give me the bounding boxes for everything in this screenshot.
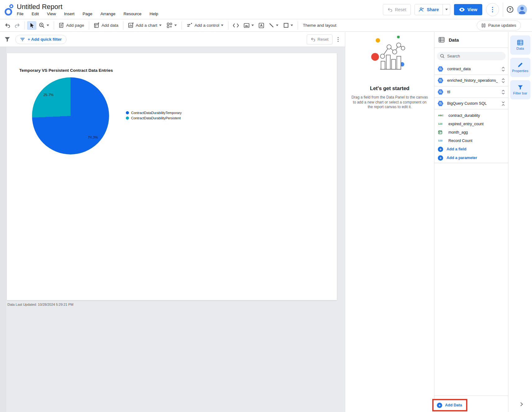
more-options-button[interactable]	[486, 3, 499, 16]
unfold-less-icon[interactable]	[502, 101, 505, 106]
data-source-row[interactable]: enriched_history_operations_sorob...	[434, 75, 508, 86]
field-row[interactable]: 123 Record Count	[434, 136, 508, 145]
pie-chart[interactable]: 25.7% 74.3%	[32, 77, 109, 154]
toolbar-divider	[181, 21, 182, 30]
chevron-down-icon	[159, 25, 162, 26]
bigquery-icon	[438, 78, 443, 83]
menu-insert[interactable]: Insert	[64, 11, 75, 16]
undo-icon	[388, 7, 392, 12]
menu-page[interactable]: Page	[83, 11, 93, 16]
kebab-icon	[492, 7, 493, 12]
unfold-more-icon[interactable]	[502, 78, 505, 83]
add-page-button[interactable]: Add page	[56, 21, 87, 30]
add-text-button[interactable]	[256, 21, 266, 30]
right-rail: Data Properties Filter bar	[508, 32, 532, 412]
field-name: month_agg	[448, 130, 468, 135]
share-label: Share	[427, 7, 439, 12]
chevron-down-icon	[276, 25, 278, 26]
undo-button[interactable]	[2, 21, 12, 29]
menu-help[interactable]: Help	[149, 11, 158, 16]
add-a-field-button[interactable]: + Add a field	[434, 145, 508, 153]
add-control-label: Add a control	[195, 23, 219, 28]
menu-arrange[interactable]: Arrange	[100, 11, 115, 16]
main-area: + Add quick filter Reset Temporary VS Pe…	[0, 32, 532, 412]
number-field-icon: 123	[438, 122, 445, 125]
data-source-name: ttl	[447, 90, 498, 94]
chart-title: Temporary VS Persistent Contract Data En…	[19, 68, 113, 73]
help-icon: ?	[509, 7, 511, 12]
legend-label: ContractDataDurabilityPersistent	[131, 116, 181, 120]
collapse-panel-button[interactable]	[520, 402, 523, 406]
data-source-row-expanded[interactable]: BigQuery Custom SQL	[434, 98, 508, 109]
toolbar-divider	[54, 21, 54, 30]
kebab-icon	[337, 37, 339, 42]
select-tool-button[interactable]	[27, 21, 36, 30]
legend-label: ContractDataDurabilityTemporary	[131, 111, 182, 115]
search-input[interactable]	[447, 54, 497, 58]
unfold-more-icon[interactable]	[502, 90, 505, 94]
help-button[interactable]: ?	[507, 6, 513, 13]
data-panel-title: Data	[449, 37, 459, 43]
search-box[interactable]	[437, 52, 506, 60]
tab-properties[interactable]: Properties	[510, 58, 530, 77]
theme-and-layout-label: Theme and layout	[303, 23, 336, 28]
eye-icon	[459, 7, 465, 12]
zoom-tool-button[interactable]	[36, 21, 52, 30]
legend-item: ContractDataDurabilityTemporary	[126, 111, 182, 115]
bigquery-icon	[438, 89, 443, 95]
add-chart-button[interactable]: Add a chart	[126, 21, 164, 30]
chevron-down-icon	[221, 25, 223, 26]
menu-edit[interactable]: Edit	[32, 11, 39, 16]
add-quick-filter-button[interactable]: + Add quick filter	[15, 35, 66, 44]
data-source-row[interactable]: contract_data	[434, 63, 508, 75]
add-line-button[interactable]	[266, 21, 281, 29]
data-source-name: contract_data	[447, 67, 498, 71]
add-control-button[interactable]: Add a control	[184, 21, 226, 29]
share-button[interactable]: Share	[415, 4, 443, 15]
data-panel-spacer	[434, 163, 508, 396]
theme-and-layout-button[interactable]: Theme and layout	[300, 22, 339, 29]
canvas-reset-label: Reset	[318, 37, 328, 42]
share-options-button[interactable]	[443, 4, 450, 15]
reset-button[interactable]: Reset	[383, 4, 411, 15]
add-chart-label: Add a chart	[136, 23, 157, 28]
report-canvas[interactable]: Temporary VS Persistent Contract Data En…	[7, 53, 337, 300]
search-icon	[440, 54, 445, 58]
tab-data[interactable]: Data	[510, 35, 530, 55]
canvas-reset-button[interactable]: Reset	[307, 34, 332, 44]
date-field-icon	[438, 130, 445, 134]
add-data-button[interactable]: Add data	[91, 21, 121, 30]
view-button[interactable]: View	[454, 4, 482, 15]
legend-item: ContractDataDurabilityPersistent	[126, 116, 182, 120]
toolbar-divider	[228, 21, 228, 30]
avatar[interactable]	[517, 5, 527, 15]
field-name: Record Count	[448, 139, 472, 143]
add-shape-button[interactable]	[281, 21, 296, 29]
data-source-row[interactable]: ttl	[434, 86, 508, 98]
pause-updates-button[interactable]: Pause updates	[477, 21, 521, 30]
unfold-more-icon[interactable]	[502, 67, 505, 71]
menu-file[interactable]: File	[17, 11, 24, 16]
data-grid-icon	[517, 40, 523, 45]
community-visualizations-button[interactable]	[164, 21, 179, 30]
redo-button[interactable]	[12, 21, 22, 29]
header-divider	[503, 2, 503, 17]
add-a-parameter-button[interactable]: + Add a parameter	[434, 153, 508, 162]
field-row[interactable]: ABC contract_durability	[434, 111, 508, 120]
person-add-icon	[419, 7, 424, 12]
page-title[interactable]: Untitled Report	[17, 3, 158, 11]
add-data-footer-button[interactable]: Add Data	[445, 403, 462, 407]
toolbar-divider	[298, 21, 298, 30]
add-data-highlight-annotation: + Add Data	[432, 399, 467, 411]
field-row[interactable]: month_agg	[434, 128, 508, 136]
menu-resource[interactable]: Resource	[123, 11, 141, 16]
canvas-more-options-button[interactable]	[337, 37, 339, 42]
add-image-button[interactable]	[241, 22, 256, 29]
funnel-icon	[4, 37, 10, 42]
tab-filter-bar[interactable]: Filter bar	[510, 80, 530, 99]
add-data-label: Add data	[102, 23, 118, 28]
menu-view[interactable]: View	[47, 11, 56, 16]
embed-code-button[interactable]	[231, 22, 241, 29]
menu-bar: File Edit View Insert Page Arrange Resou…	[17, 11, 158, 16]
field-row[interactable]: 123 expired_entry_count	[434, 120, 508, 128]
